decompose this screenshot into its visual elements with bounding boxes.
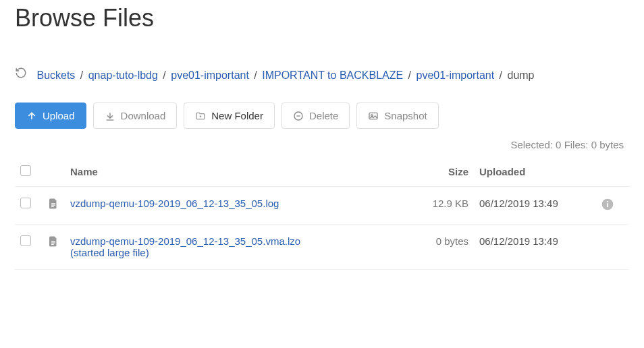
file-link[interactable]: vzdump-qemu-109-2019_06_12-13_35_05.vma.… [70,235,300,247]
col-size: Size [420,157,474,187]
svg-rect-5 [607,201,608,202]
select-all-checkbox[interactable] [20,165,31,176]
delete-icon [293,111,304,121]
breadcrumb-separator: / [251,69,260,81]
row-checkbox[interactable] [20,198,31,208]
file-uploaded: 06/12/2019 13:49 [474,225,595,270]
table-row: vzdump-qemu-109-2019_06_12-13_35_05.vma.… [15,225,629,270]
breadcrumb-current: dump [507,69,534,81]
col-name: Name [65,157,420,187]
upload-button[interactable]: Upload [15,103,86,129]
breadcrumb-separator: / [160,69,169,81]
table-row: vzdump-qemu-109-2019_06_12-13_35_05.log1… [15,187,629,225]
breadcrumb-link[interactable]: pve01-important [171,69,249,81]
breadcrumb-separator: / [405,69,414,81]
download-label: Download [121,110,166,121]
breadcrumb-link[interactable]: Buckets [36,69,75,81]
file-subtext: (started large file) [70,247,414,258]
snapshot-icon [368,111,379,121]
svg-rect-4 [607,203,608,207]
toolbar: Upload Download New Folder Delete Snapsh… [15,103,629,129]
file-uploaded: 06/12/2019 13:49 [474,187,595,225]
breadcrumb-separator: / [496,69,505,81]
snapshot-label: Snapshot [384,110,427,121]
file-icon [47,198,59,210]
delete-label: Delete [309,110,338,121]
info-icon[interactable] [601,198,614,211]
download-button[interactable]: Download [93,103,178,129]
new-folder-icon [195,111,206,121]
upload-icon [26,111,37,121]
col-uploaded: Uploaded [474,157,595,187]
new-folder-button[interactable]: New Folder [184,103,275,129]
file-size: 12.9 KB [420,187,474,225]
page-title: Browse Files [15,4,629,32]
row-checkbox[interactable] [20,235,31,246]
file-icon [47,235,59,248]
new-folder-label: New Folder [211,110,263,121]
breadcrumb-link[interactable]: pve01-important [417,69,495,81]
file-link[interactable]: vzdump-qemu-109-2019_06_12-13_35_05.log [70,198,279,209]
file-table: Name Size Uploaded vzdump-qemu-109-2019_… [15,157,629,270]
file-size: 0 bytes [420,225,474,270]
upload-label: Upload [43,110,75,121]
breadcrumb-link[interactable]: qnap-tuto-lbdg [88,69,158,81]
breadcrumb: Buckets / qnap-tuto-lbdg / pve01-importa… [15,66,629,86]
breadcrumb-link[interactable]: IMPORTANT to BACKBLAZE [262,69,403,81]
refresh-icon[interactable] [15,66,27,86]
breadcrumb-separator: / [77,69,86,81]
selection-status: Selected: 0 Files: 0 bytes [15,139,629,150]
snapshot-button[interactable]: Snapshot [356,103,438,129]
download-icon [105,111,115,121]
delete-button[interactable]: Delete [281,103,350,129]
